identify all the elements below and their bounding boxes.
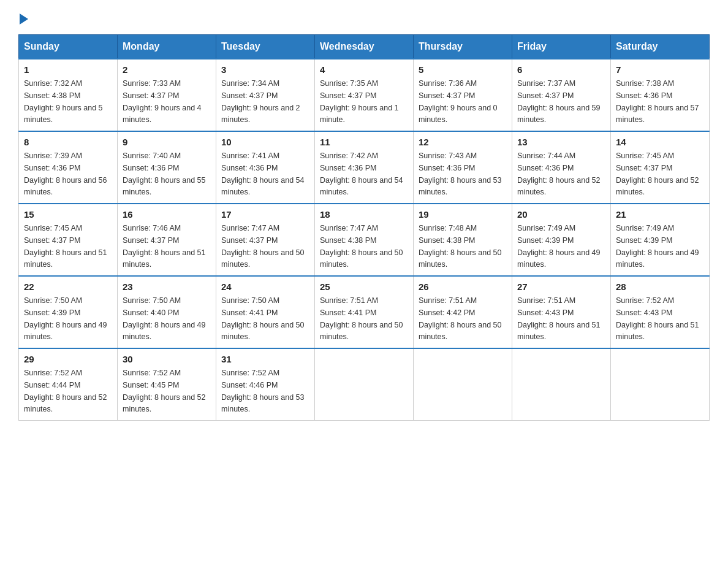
calendar-cell: 15 Sunrise: 7:45 AMSunset: 4:37 PMDaylig… (19, 204, 118, 276)
day-number: 28 (616, 282, 704, 292)
logo-arrow-icon (20, 13, 28, 25)
day-info: Sunrise: 7:50 AMSunset: 4:41 PMDaylight:… (221, 296, 305, 341)
day-info: Sunrise: 7:37 AMSunset: 4:37 PMDaylight:… (517, 79, 601, 124)
calendar-cell (315, 348, 414, 421)
calendar-week-1: 1 Sunrise: 7:32 AMSunset: 4:38 PMDayligh… (19, 59, 710, 131)
col-header-monday: Monday (118, 35, 216, 59)
day-number: 19 (419, 209, 507, 220)
calendar-week-5: 29 Sunrise: 7:52 AMSunset: 4:44 PMDaylig… (19, 348, 710, 421)
day-info: Sunrise: 7:46 AMSunset: 4:37 PMDaylight:… (123, 224, 206, 269)
day-number: 23 (123, 282, 211, 292)
day-info: Sunrise: 7:52 AMSunset: 4:46 PMDaylight:… (221, 369, 305, 413)
day-info: Sunrise: 7:50 AMSunset: 4:39 PMDaylight:… (24, 296, 107, 341)
day-info: Sunrise: 7:32 AMSunset: 4:38 PMDaylight:… (24, 79, 103, 124)
day-info: Sunrise: 7:49 AMSunset: 4:39 PMDaylight:… (616, 224, 699, 269)
day-number: 14 (616, 137, 704, 147)
calendar-cell: 25 Sunrise: 7:51 AMSunset: 4:41 PMDaylig… (315, 276, 414, 348)
day-number: 27 (517, 282, 605, 292)
day-info: Sunrise: 7:41 AMSunset: 4:36 PMDaylight:… (221, 151, 305, 196)
day-info: Sunrise: 7:47 AMSunset: 4:38 PMDaylight:… (320, 224, 403, 269)
calendar-week-2: 8 Sunrise: 7:39 AMSunset: 4:36 PMDayligh… (19, 131, 710, 204)
day-number: 29 (24, 354, 112, 364)
day-info: Sunrise: 7:45 AMSunset: 4:37 PMDaylight:… (24, 224, 107, 269)
day-info: Sunrise: 7:35 AMSunset: 4:37 PMDaylight:… (320, 79, 399, 124)
day-number: 5 (419, 64, 507, 75)
col-header-tuesday: Tuesday (216, 35, 315, 59)
day-info: Sunrise: 7:49 AMSunset: 4:39 PMDaylight:… (517, 224, 601, 269)
day-info: Sunrise: 7:43 AMSunset: 4:36 PMDaylight:… (419, 151, 502, 196)
col-header-saturday: Saturday (611, 35, 710, 59)
day-info: Sunrise: 7:42 AMSunset: 4:36 PMDaylight:… (320, 151, 403, 196)
page-header (18, 12, 710, 25)
day-info: Sunrise: 7:34 AMSunset: 4:37 PMDaylight:… (221, 79, 300, 124)
day-number: 4 (320, 64, 408, 75)
day-number: 24 (221, 282, 309, 292)
calendar-cell: 24 Sunrise: 7:50 AMSunset: 4:41 PMDaylig… (216, 276, 315, 348)
day-number: 22 (24, 282, 112, 292)
calendar-table: SundayMondayTuesdayWednesdayThursdayFrid… (18, 34, 710, 421)
calendar-cell: 19 Sunrise: 7:48 AMSunset: 4:38 PMDaylig… (414, 204, 512, 276)
day-info: Sunrise: 7:36 AMSunset: 4:37 PMDaylight:… (419, 79, 498, 124)
calendar-cell: 13 Sunrise: 7:44 AMSunset: 4:36 PMDaylig… (512, 131, 611, 204)
calendar-cell: 29 Sunrise: 7:52 AMSunset: 4:44 PMDaylig… (19, 348, 118, 421)
day-number: 25 (320, 282, 408, 292)
day-number: 16 (123, 209, 211, 220)
calendar-cell: 8 Sunrise: 7:39 AMSunset: 4:36 PMDayligh… (19, 131, 118, 204)
day-info: Sunrise: 7:45 AMSunset: 4:37 PMDaylight:… (616, 151, 699, 196)
day-number: 15 (24, 209, 112, 220)
day-number: 17 (221, 209, 309, 220)
calendar-cell: 7 Sunrise: 7:38 AMSunset: 4:36 PMDayligh… (611, 59, 710, 131)
calendar-cell: 9 Sunrise: 7:40 AMSunset: 4:36 PMDayligh… (118, 131, 216, 204)
calendar-header-row: SundayMondayTuesdayWednesdayThursdayFrid… (19, 35, 710, 59)
day-number: 20 (517, 209, 605, 220)
calendar-week-3: 15 Sunrise: 7:45 AMSunset: 4:37 PMDaylig… (19, 204, 710, 276)
day-number: 21 (616, 209, 704, 220)
day-number: 6 (517, 64, 605, 75)
day-info: Sunrise: 7:39 AMSunset: 4:36 PMDaylight:… (24, 151, 107, 196)
calendar-cell: 12 Sunrise: 7:43 AMSunset: 4:36 PMDaylig… (414, 131, 512, 204)
day-number: 30 (123, 354, 211, 364)
col-header-thursday: Thursday (414, 35, 512, 59)
day-number: 1 (24, 64, 112, 75)
calendar-cell: 4 Sunrise: 7:35 AMSunset: 4:37 PMDayligh… (315, 59, 414, 131)
day-number: 2 (123, 64, 211, 75)
day-number: 31 (221, 354, 309, 364)
calendar-cell: 26 Sunrise: 7:51 AMSunset: 4:42 PMDaylig… (414, 276, 512, 348)
day-info: Sunrise: 7:48 AMSunset: 4:38 PMDaylight:… (419, 224, 502, 269)
calendar-cell (512, 348, 611, 421)
calendar-cell: 14 Sunrise: 7:45 AMSunset: 4:37 PMDaylig… (611, 131, 710, 204)
col-header-wednesday: Wednesday (315, 35, 414, 59)
day-number: 7 (616, 64, 704, 75)
day-info: Sunrise: 7:40 AMSunset: 4:36 PMDaylight:… (123, 151, 206, 196)
day-number: 3 (221, 64, 309, 75)
day-number: 11 (320, 137, 408, 147)
calendar-cell: 31 Sunrise: 7:52 AMSunset: 4:46 PMDaylig… (216, 348, 315, 421)
calendar-cell: 28 Sunrise: 7:52 AMSunset: 4:43 PMDaylig… (611, 276, 710, 348)
calendar-cell (414, 348, 512, 421)
logo (18, 12, 28, 25)
calendar-cell: 22 Sunrise: 7:50 AMSunset: 4:39 PMDaylig… (19, 276, 118, 348)
calendar-cell: 17 Sunrise: 7:47 AMSunset: 4:37 PMDaylig… (216, 204, 315, 276)
calendar-cell: 20 Sunrise: 7:49 AMSunset: 4:39 PMDaylig… (512, 204, 611, 276)
day-info: Sunrise: 7:52 AMSunset: 4:43 PMDaylight:… (616, 296, 699, 341)
day-number: 18 (320, 209, 408, 220)
day-info: Sunrise: 7:51 AMSunset: 4:42 PMDaylight:… (419, 296, 502, 341)
day-number: 8 (24, 137, 112, 147)
day-info: Sunrise: 7:50 AMSunset: 4:40 PMDaylight:… (123, 296, 206, 341)
calendar-cell: 1 Sunrise: 7:32 AMSunset: 4:38 PMDayligh… (19, 59, 118, 131)
day-number: 9 (123, 137, 211, 147)
col-header-friday: Friday (512, 35, 611, 59)
day-info: Sunrise: 7:51 AMSunset: 4:43 PMDaylight:… (517, 296, 601, 341)
calendar-cell: 2 Sunrise: 7:33 AMSunset: 4:37 PMDayligh… (118, 59, 216, 131)
calendar-cell: 6 Sunrise: 7:37 AMSunset: 4:37 PMDayligh… (512, 59, 611, 131)
calendar-week-4: 22 Sunrise: 7:50 AMSunset: 4:39 PMDaylig… (19, 276, 710, 348)
day-number: 12 (419, 137, 507, 147)
day-info: Sunrise: 7:52 AMSunset: 4:44 PMDaylight:… (24, 369, 107, 413)
col-header-sunday: Sunday (19, 35, 118, 59)
calendar-cell: 21 Sunrise: 7:49 AMSunset: 4:39 PMDaylig… (611, 204, 710, 276)
day-info: Sunrise: 7:44 AMSunset: 4:36 PMDaylight:… (517, 151, 601, 196)
calendar-cell: 3 Sunrise: 7:34 AMSunset: 4:37 PMDayligh… (216, 59, 315, 131)
calendar-cell: 30 Sunrise: 7:52 AMSunset: 4:45 PMDaylig… (118, 348, 216, 421)
day-number: 10 (221, 137, 309, 147)
calendar-cell: 23 Sunrise: 7:50 AMSunset: 4:40 PMDaylig… (118, 276, 216, 348)
